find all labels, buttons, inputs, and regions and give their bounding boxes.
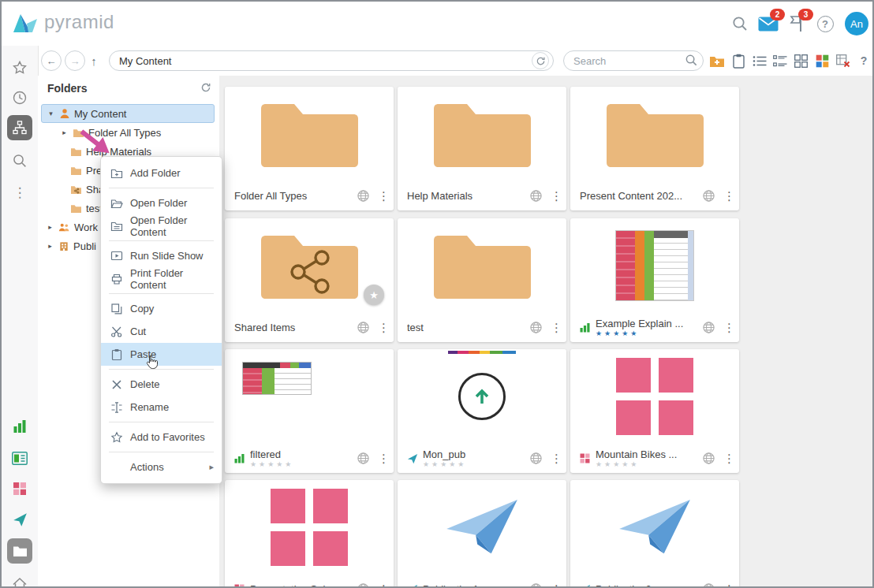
expand-collapse-icon[interactable]: ▾ xyxy=(47,110,55,117)
tiles-view-button[interactable] xyxy=(791,52,810,69)
pyramid-logo-icon xyxy=(13,11,38,33)
paste-button[interactable] xyxy=(729,52,748,69)
tile-publication1[interactable]: Publication1 ⋮ xyxy=(398,480,566,586)
presentations-rail-button[interactable] xyxy=(7,476,32,501)
tile-menu-dots[interactable]: ⋮ xyxy=(551,189,560,203)
menu-item-label: Delete xyxy=(130,378,160,390)
menu-item-label: Run Slide Show xyxy=(130,250,204,262)
publication-icon xyxy=(407,584,418,587)
menu-item-copy[interactable]: Copy xyxy=(101,297,222,320)
expand-collapse-icon[interactable]: ▸ xyxy=(46,242,54,250)
tree-item-label: Publi xyxy=(73,240,96,252)
tile-example-explain[interactable]: Example Explain ... ★★★★★ ⋮ xyxy=(570,218,739,342)
header-search-button[interactable] xyxy=(729,13,751,35)
tile-menu-dots[interactable]: ⋮ xyxy=(723,321,733,335)
remove-view-button[interactable] xyxy=(834,52,853,69)
tile-menu-dots[interactable]: ⋮ xyxy=(723,189,733,203)
menu-item-rename[interactable]: Rename xyxy=(101,396,222,419)
delete-icon xyxy=(110,378,123,391)
color-grid-view-button[interactable] xyxy=(812,52,831,69)
alerts-button[interactable]: 3 xyxy=(786,13,808,35)
globe-icon xyxy=(357,189,370,203)
rating-stars: ★★★★★ xyxy=(596,460,696,469)
toolbar-help-button[interactable]: ? xyxy=(854,52,873,69)
home-rail-button[interactable] xyxy=(7,571,32,588)
details-view-icon xyxy=(773,55,787,67)
tile-menu-dots[interactable]: ⋮ xyxy=(723,452,733,466)
tile-mon-pub[interactable]: Mon_pub ★★★★★ ⋮ xyxy=(398,349,566,473)
search-submit-button[interactable] xyxy=(685,54,698,70)
present-rail-button[interactable] xyxy=(7,445,32,471)
list-view-button[interactable] xyxy=(750,52,769,69)
menu-item-open-folder[interactable]: Open Folder xyxy=(101,192,222,214)
recent-rail-button[interactable] xyxy=(7,85,32,110)
ellipsis-icon: ⋮ xyxy=(13,184,27,201)
folders-refresh-button[interactable] xyxy=(200,82,211,96)
publication-thumbnail xyxy=(398,480,566,575)
menu-item-paste[interactable]: Paste xyxy=(101,343,222,366)
publications-rail-button[interactable] xyxy=(7,507,32,532)
tile-menu-dots[interactable]: ⋮ xyxy=(551,452,560,466)
publication-thumbnail xyxy=(570,480,739,575)
hierarchy-icon xyxy=(13,121,27,135)
paste-icon xyxy=(733,54,745,69)
tile-present-content[interactable]: Present Content 202... ⋮ xyxy=(570,87,739,210)
tiles-view-icon xyxy=(794,54,808,68)
expand-collapse-icon[interactable]: ▸ xyxy=(60,128,69,136)
tree-item-my-content[interactable]: ▾ My Content xyxy=(41,104,215,123)
left-rail: ⋮ xyxy=(2,46,39,586)
tile-mountain-bikes[interactable]: Mountain Bikes ... ★★★★★ ⋮ xyxy=(570,349,739,473)
search-icon xyxy=(731,15,749,32)
avatar[interactable]: An xyxy=(845,12,868,35)
tile-menu-dots[interactable]: ⋮ xyxy=(723,582,733,587)
help-button[interactable]: ? xyxy=(814,13,836,35)
tile-presentation-sal[interactable]: Presentation Sal... ⋮ xyxy=(225,480,394,586)
content-tree-rail-button[interactable] xyxy=(7,115,32,140)
content-rail-button[interactable] xyxy=(7,538,32,564)
new-folder-button[interactable] xyxy=(708,52,726,69)
messages-button[interactable]: 2 xyxy=(757,13,779,35)
tile-menu-dots[interactable]: ⋮ xyxy=(551,321,560,335)
tile-shared-items[interactable]: ★ Shared Items ⋮ xyxy=(225,218,394,342)
breadcrumb-path-input[interactable] xyxy=(109,50,554,71)
globe-icon xyxy=(702,321,715,334)
menu-item-cut[interactable]: Cut xyxy=(101,320,222,343)
tile-help-materials[interactable]: Help Materials ⋮ xyxy=(398,87,566,210)
path-refresh-button[interactable] xyxy=(532,52,549,69)
menu-item-add-folder[interactable]: Add Folder xyxy=(101,162,222,184)
search-rail-button[interactable] xyxy=(7,148,32,173)
tile-menu-dots[interactable]: ⋮ xyxy=(378,321,387,335)
tile-test[interactable]: test ⋮ xyxy=(398,218,566,342)
tile-filtered[interactable]: filtered ★★★★★ ⋮ xyxy=(225,349,394,473)
tree-item-folder-all-types[interactable]: ▸ Folder All Types xyxy=(41,123,215,142)
shared-folder-icon xyxy=(70,184,82,195)
menu-item-add-to-favorites[interactable]: Add to Favorites xyxy=(101,426,222,448)
history-icon xyxy=(12,90,28,106)
menu-item-run-slide-show[interactable]: Run Slide Show xyxy=(101,244,222,267)
paper-plane-icon xyxy=(13,512,28,527)
favorite-star-badge[interactable]: ★ xyxy=(364,285,384,305)
discoveries-rail-button[interactable] xyxy=(7,414,32,439)
tile-menu-dots[interactable]: ⋮ xyxy=(378,582,387,587)
menu-item-delete[interactable]: Delete xyxy=(101,373,222,396)
menu-item-open-folder-content[interactable]: Open Folder Content xyxy=(101,214,222,237)
forward-button[interactable]: → xyxy=(65,50,85,71)
more-rail-button[interactable]: ⋮ xyxy=(7,180,32,205)
tile-menu-dots[interactable]: ⋮ xyxy=(378,452,387,466)
back-button[interactable]: ← xyxy=(41,50,62,71)
expand-collapse-icon[interactable]: ▸ xyxy=(46,223,54,231)
details-view-button[interactable] xyxy=(771,52,790,69)
tile-folder-all-types[interactable]: Folder All Types ⋮ xyxy=(225,87,394,210)
search-input[interactable] xyxy=(563,50,704,71)
tile-publication2[interactable]: Publication2 ⋮ xyxy=(570,480,739,586)
tile-menu-dots[interactable]: ⋮ xyxy=(551,582,560,587)
globe-icon xyxy=(357,321,370,334)
publication-icon xyxy=(580,584,591,587)
favorites-rail-button[interactable] xyxy=(7,55,32,80)
folder-thumbnail xyxy=(570,87,739,181)
tile-menu-dots[interactable]: ⋮ xyxy=(378,189,387,203)
menu-item-actions[interactable]: Actions ▸ xyxy=(101,456,222,478)
workgroup-icon xyxy=(58,222,70,233)
menu-item-print-folder-content[interactable]: Print Folder Content xyxy=(101,267,222,290)
up-level-button[interactable]: ↑ xyxy=(85,52,103,69)
